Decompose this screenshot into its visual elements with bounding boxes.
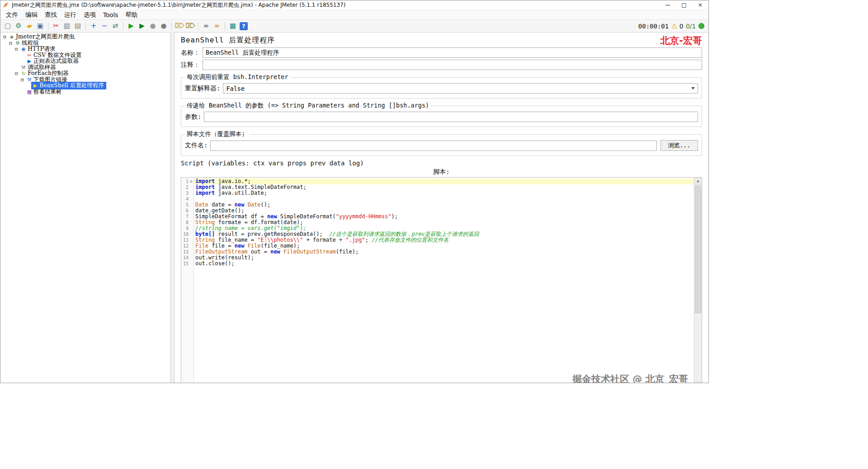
start-icon[interactable]: ▶	[126, 21, 136, 31]
new-file-icon[interactable]: ▢	[3, 21, 13, 31]
help-icon[interactable]: ?	[240, 22, 248, 30]
scroll-up-button[interactable]: ▲	[694, 178, 702, 185]
chevron-down-icon	[691, 87, 695, 89]
toolbar-status: 00:00:01 ⚠ 0 0/1	[638, 22, 706, 30]
menu-edit[interactable]: 编辑	[22, 10, 41, 20]
scroll-thumb[interactable]	[695, 186, 701, 313]
line-number: 3	[182, 191, 189, 196]
line-number: 9	[182, 226, 189, 231]
parameters-legend: 传递给 BeanShell 的参数 (=> String Parameters …	[185, 102, 431, 110]
filename-input[interactable]	[210, 141, 656, 151]
script-editor: 1⊟23456789101112131415 import java.io.*;…	[181, 177, 702, 383]
name-label: 名称：	[181, 49, 200, 57]
line-number-gutter: 1⊟23456789101112131415	[181, 178, 194, 383]
collapse-icon[interactable]: −	[99, 21, 109, 31]
stop-icon[interactable]: ●	[148, 21, 158, 31]
expand-icon[interactable]: +	[89, 21, 99, 31]
code-line-2[interactable]: import java.text.SimpleDateFormat;	[194, 184, 702, 190]
code-line-3[interactable]: import java.util.Date;	[194, 190, 702, 196]
line-number: 12	[182, 244, 189, 249]
line-number: 6	[182, 208, 189, 213]
template-icon[interactable]: ⚙	[14, 21, 24, 31]
tree-node-view-results-tree[interactable]: ▦察看结果树	[0, 89, 170, 95]
line-number: 14	[182, 255, 189, 260]
combobox-selected-value: False	[226, 85, 245, 92]
line-number: 8	[182, 220, 189, 225]
line-number: 5	[182, 202, 189, 207]
scroll-down-button[interactable]: ▼	[694, 382, 702, 383]
shutdown-icon[interactable]: ●	[159, 21, 169, 31]
reset-interpreter-label: 重置解释器:	[185, 84, 220, 93]
open-file-icon[interactable]: ▰	[24, 21, 34, 31]
browse-button[interactable]: 浏览...	[660, 140, 698, 151]
maximize-button[interactable]: □	[676, 1, 692, 9]
fold-toggle-icon[interactable]: ⊟	[189, 179, 193, 183]
toolbar-separator	[225, 22, 225, 30]
search-icon[interactable]: ∞	[201, 21, 211, 31]
collapse-handle-icon[interactable]: ⊟	[14, 71, 19, 76]
line-number: 15	[182, 261, 189, 266]
menu-search[interactable]: 查找	[41, 10, 61, 20]
code-line-5[interactable]: Date date = new Date();	[194, 202, 702, 208]
menu-help[interactable]: 帮助	[122, 10, 141, 20]
save-icon[interactable]: ▣	[35, 21, 45, 31]
copy-icon[interactable]: ▥	[62, 21, 72, 31]
reset-interpreter-legend: 每次调用前重置 bsh.Interpreter	[185, 73, 290, 81]
menu-tools[interactable]: Tools	[99, 10, 122, 19]
line-number: 13	[182, 249, 189, 254]
start-no-pauses-icon[interactable]: ▶	[137, 21, 147, 31]
code-line-13[interactable]: FileOutputStream out = new FileOutputStr…	[194, 249, 702, 255]
comment-input[interactable]	[203, 60, 702, 70]
health-status-icon	[698, 23, 704, 29]
comment-row: 注释：	[181, 60, 702, 70]
panel-header: BeanShell 后置处理程序 北京-宏哥	[181, 36, 702, 46]
name-row: 名称：	[181, 47, 702, 58]
title-bar: Jmeter之网页图片爬虫.jmx (D:\software\apache-jm…	[0, 0, 708, 10]
reset-interpreter-row: 重置解释器: False	[185, 83, 698, 94]
filename-label: 文件名:	[185, 141, 208, 150]
script-file-legend: 脚本文件（覆盖脚本）	[185, 130, 250, 138]
parameters-label: 参数:	[185, 113, 201, 121]
toolbar-separator	[48, 22, 48, 30]
log-warning-icon[interactable]: ⚠	[671, 22, 677, 30]
clear-all-icon[interactable]: ⌦	[185, 21, 195, 31]
menu-run[interactable]: 运行	[61, 10, 80, 20]
tree-node-label: 察看结果树	[33, 88, 63, 96]
active-threads-count: 0/1	[686, 23, 696, 30]
test-timer: 00:00:01	[638, 23, 669, 30]
minimize-button[interactable]: —	[660, 1, 676, 9]
toggle-icon[interactable]: ⇄	[110, 21, 120, 31]
paste-icon[interactable]: ▤	[73, 21, 83, 31]
parameters-input[interactable]	[204, 112, 698, 122]
reset-interpreter-group: 每次调用前重置 bsh.Interpreter 重置解释器: False	[181, 73, 702, 98]
vertical-scrollbar[interactable]: ▲ ▼	[694, 178, 702, 383]
page-title: BeanShell 后置处理程序	[181, 36, 275, 45]
code-line-14[interactable]: out.write(result);	[194, 255, 702, 261]
code-area[interactable]: import java.io.*;import java.text.Simple…	[194, 178, 702, 383]
function-helper-icon[interactable]: ▦	[228, 21, 238, 31]
splitter-handle[interactable]	[171, 32, 175, 383]
view-results-tree-icon: ▦	[26, 89, 33, 95]
menu-options[interactable]: 选项	[80, 10, 99, 20]
script-file-group: 脚本文件（覆盖脚本） 文件名: 浏览...	[181, 130, 702, 156]
warning-count: 0	[679, 23, 684, 30]
cut-icon[interactable]: ✂	[51, 21, 61, 31]
brand-text: 北京-宏哥	[660, 36, 702, 46]
search-reset-icon[interactable]: ∞	[212, 21, 222, 31]
collapse-handle-icon[interactable]: ⊟	[2, 34, 8, 39]
code-line-15[interactable]: out.close();	[194, 261, 702, 267]
test-plan-tree: ⊟◈Jmeter之网页图片爬虫⊟⚙线程组⊟◉HTTP请求✂CSV 数据文件设置▶…	[0, 32, 171, 383]
desktop: Jmeter之网页图片爬虫.jmx (D:\software\apache-jm…	[0, 0, 868, 469]
parameters-row: 参数:	[185, 112, 698, 122]
toolbar-separator	[198, 22, 198, 30]
name-input[interactable]	[203, 47, 702, 58]
menu-bar: 文件编辑查找运行选项Tools帮助	[0, 10, 708, 19]
collapse-handle-icon[interactable]: ⊟	[19, 77, 25, 82]
collapse-handle-icon[interactable]: ⊟	[8, 41, 14, 46]
menu-file[interactable]: 文件	[2, 10, 22, 20]
reset-interpreter-combobox[interactable]: False	[223, 83, 698, 94]
toolbar-separator	[123, 22, 123, 30]
close-button[interactable]: ×	[692, 1, 708, 9]
clear-icon[interactable]: ⌦	[175, 21, 184, 31]
collapse-handle-icon[interactable]: ⊟	[14, 47, 19, 52]
